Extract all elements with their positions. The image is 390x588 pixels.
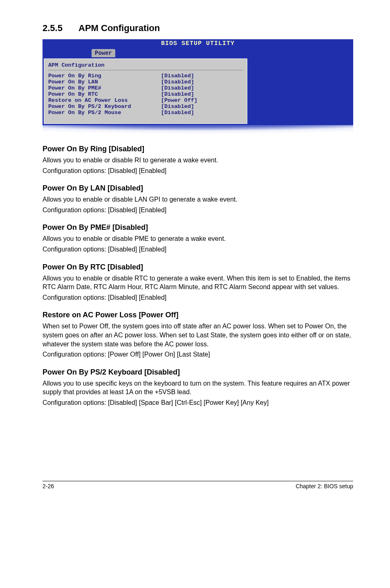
bios-row-label: Power On By PME# — [48, 85, 161, 91]
item-paragraph: Allows you to enable or disable PME to g… — [43, 234, 353, 243]
item-paragraph: Configuration options: [Disabled] [Enabl… — [43, 293, 353, 302]
item-paragraph: Allows you to enable or disable LAN GPI … — [43, 195, 353, 204]
page-number: 2-26 — [43, 483, 54, 489]
item-paragraph: Configuration options: [Disabled] [Enabl… — [43, 206, 353, 215]
item-heading: Power On By Ring [Disabled] — [43, 145, 353, 153]
section-title: APM Configuration — [78, 23, 160, 33]
bios-row-label: Power On By Ring — [48, 73, 161, 79]
bios-utility-title: BIOS SETUP UTILITY — [161, 40, 235, 47]
item-paragraph: Configuration options: [Disabled] [Enabl… — [43, 245, 353, 254]
section-number: 2.5.5 — [43, 23, 78, 34]
bios-row-value: [Disabled] — [161, 91, 243, 97]
bios-row-value: [Power Off] — [161, 97, 243, 103]
item-paragraph: Allows you to use specific keys on the k… — [43, 379, 353, 397]
bios-right-panel — [247, 58, 352, 124]
item-heading: Power On By PS/2 Keyboard [Disabled] — [43, 368, 353, 377]
bios-left-panel: APM Configuration Power On By Ring [Disa… — [44, 58, 247, 124]
bios-row: Power On By PME# [Disabled] — [48, 85, 243, 91]
bios-row-value: [Disabled] — [161, 110, 243, 116]
item-heading: Restore on AC Power Loss [Power Off] — [43, 311, 353, 319]
page-footer: 2-26 Chapter 2: BIOS setup — [43, 483, 353, 498]
item-paragraph: Configuration options: [Disabled] [Space… — [43, 398, 353, 407]
footer-rule — [43, 481, 353, 481]
item-heading: Power On By PME# [Disabled] — [43, 223, 353, 232]
bios-row: Power On By PS/2 Keyboard [Disabled] — [48, 103, 243, 110]
bios-tab-row: Power — [43, 48, 353, 57]
bios-screenshot: BIOS SETUP UTILITY Power APM Configurati… — [43, 39, 353, 136]
bios-row-value: [Disabled] — [161, 79, 243, 85]
item-paragraph: When set to Power Off, the system goes i… — [43, 322, 353, 348]
bios-row: Power On By Ring [Disabled] — [48, 73, 243, 79]
item-paragraph: Allows you to enable or disable RTC to g… — [43, 274, 353, 292]
chapter-label: Chapter 2: BIOS setup — [296, 483, 353, 489]
bios-row-value: [Disabled] — [161, 73, 243, 79]
bios-row-label: Power On By RTC — [48, 91, 161, 97]
bios-row-label: Restore on AC Power Loss — [48, 97, 161, 103]
bios-row-label: Power On By PS/2 Keyboard — [48, 103, 161, 110]
bios-bottom-fade — [43, 125, 353, 136]
bios-titlebar: BIOS SETUP UTILITY — [43, 39, 353, 48]
bios-row: Restore on AC Power Loss [Power Off] — [48, 97, 243, 103]
bios-row-label: Power On By LAN — [48, 79, 161, 85]
item-heading: Power On By LAN [Disabled] — [43, 184, 353, 193]
bios-row-value: [Disabled] — [161, 85, 243, 91]
page-container: 2.5.5APM Configuration BIOS SETUP UTILIT… — [0, 0, 390, 588]
bios-row: Power On By LAN [Disabled] — [48, 79, 243, 85]
bios-row-value: [Disabled] — [161, 103, 243, 110]
item-paragraph: Allows you to enable or disable RI to ge… — [43, 156, 353, 165]
bios-row: Power On By RTC [Disabled] — [48, 91, 243, 97]
section-heading: 2.5.5APM Configuration — [43, 23, 353, 34]
item-paragraph: Configuration options: [Disabled] [Enabl… — [43, 166, 353, 175]
bios-row: Power On By PS/2 Mouse [Disabled] — [48, 110, 243, 116]
bios-row-label: Power On By PS/2 Mouse — [48, 110, 161, 116]
item-paragraph: Configuration options: [Power Off] [Powe… — [43, 350, 353, 359]
bios-tab-power: Power — [92, 49, 115, 57]
item-heading: Power On By RTC [Disabled] — [43, 263, 353, 272]
bios-panel-heading: APM Configuration — [48, 61, 243, 70]
bios-body: APM Configuration Power On By Ring [Disa… — [43, 57, 353, 125]
